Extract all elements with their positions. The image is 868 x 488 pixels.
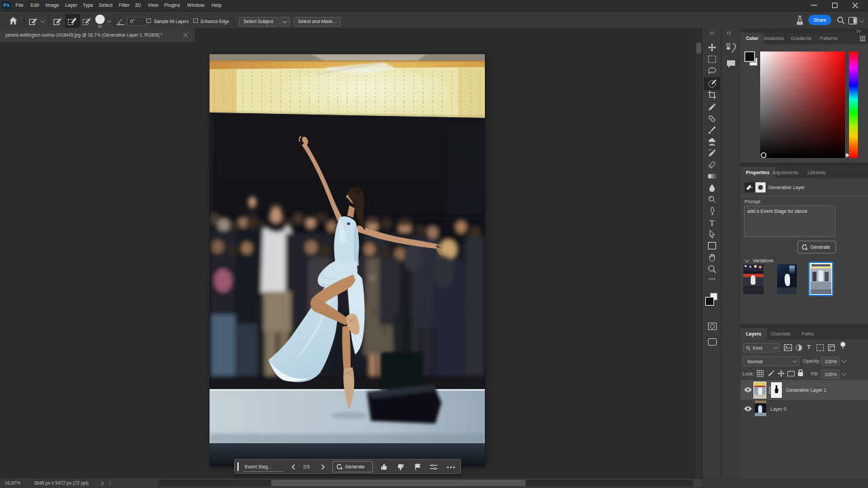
svg-text:T: T xyxy=(709,218,715,227)
